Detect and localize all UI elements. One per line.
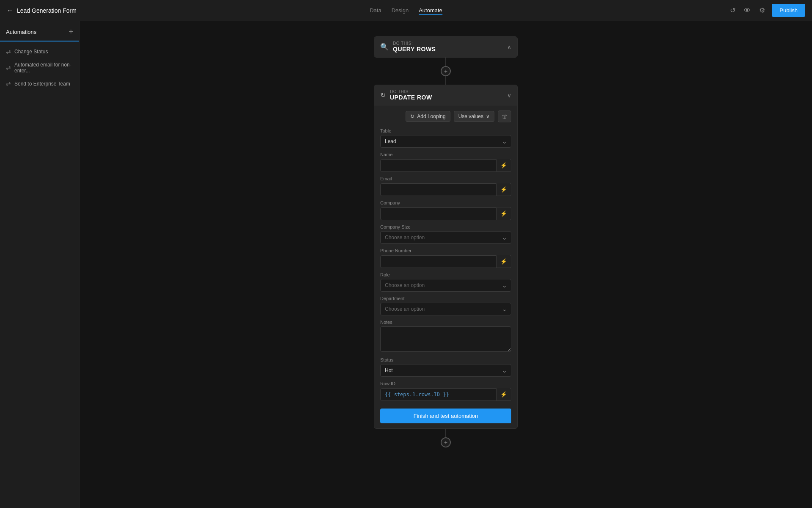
company-field-group: Company ⚡ xyxy=(380,200,511,220)
query-card-chevron-up-icon[interactable]: ∧ xyxy=(507,44,511,50)
add-automation-button[interactable]: + xyxy=(69,28,73,36)
phone-label: Phone Number xyxy=(380,248,511,253)
role-select[interactable]: Choose an option xyxy=(380,279,511,292)
company-lightning-button[interactable]: ⚡ xyxy=(497,207,511,220)
role-select-wrapper: Choose an option xyxy=(380,279,511,292)
row-id-input-row: ⚡ xyxy=(380,388,511,401)
table-label: Table xyxy=(380,128,511,133)
add-looping-button[interactable]: ↻ Add Looping xyxy=(406,111,450,122)
sidebar-item-label: Automated email for non-enter... xyxy=(14,62,73,74)
sidebar-item-send-enterprise[interactable]: ⇄ Send to Enterprise Team xyxy=(0,77,79,91)
department-label: Department xyxy=(380,296,511,301)
share-icon-2: ⇄ xyxy=(6,64,11,71)
tab-automate[interactable]: Automate xyxy=(419,6,442,15)
use-values-label: Use values xyxy=(458,113,483,119)
email-lightning-button[interactable]: ⚡ xyxy=(497,183,511,196)
sidebar-item-label: Send to Enterprise Team xyxy=(14,81,70,87)
header-actions: ↺ 👁 ⚙ Publish xyxy=(728,4,805,17)
email-input[interactable] xyxy=(380,183,497,196)
connector-line-2 xyxy=(445,76,446,85)
query-rows-card-header: 🔍 Do this: QUERY ROWS ∧ xyxy=(374,37,517,57)
update-icon: ↻ xyxy=(380,91,386,99)
header: ← Lead Generation Form Data Design Autom… xyxy=(0,0,812,21)
status-label: Status xyxy=(380,357,511,362)
update-row-card-body: ↻ Add Looping Use values ∨ 🗑 Table xyxy=(374,105,517,428)
update-row-header-text: Do this: UPDATE ROW xyxy=(390,89,507,101)
email-field-group: Email ⚡ xyxy=(380,176,511,196)
table-select[interactable]: Lead xyxy=(380,135,511,148)
sidebar-item-label: Change Status xyxy=(14,49,48,55)
page-title: Lead Generation Form xyxy=(17,7,77,14)
phone-field-group: Phone Number ⚡ xyxy=(380,248,511,268)
email-label: Email xyxy=(380,176,511,181)
company-size-field-group: Company Size Choose an option xyxy=(380,224,511,244)
preview-icon-button[interactable]: 👁 xyxy=(742,5,752,16)
company-label: Company xyxy=(380,200,511,205)
add-step-button-1[interactable]: + xyxy=(441,66,451,76)
status-field-group: Status Hot xyxy=(380,357,511,377)
settings-icon-button[interactable]: ⚙ xyxy=(757,5,767,16)
company-size-select-wrapper: Choose an option xyxy=(380,231,511,244)
back-arrow-icon: ← xyxy=(7,7,14,14)
role-label: Role xyxy=(380,272,511,277)
delete-button[interactable]: 🗑 xyxy=(498,110,511,122)
back-button[interactable]: ← Lead Generation Form xyxy=(7,7,77,14)
add-step-button-2[interactable]: + xyxy=(441,437,451,447)
update-card-chevron-down-icon[interactable]: ∨ xyxy=(507,92,511,99)
phone-input-row: ⚡ xyxy=(380,255,511,268)
update-row-card: ↻ Do this: UPDATE ROW ∨ ↻ Add Looping Us… xyxy=(374,85,518,429)
sidebar-item-change-status[interactable]: ⇄ Change Status xyxy=(0,45,79,58)
department-select[interactable]: Choose an option xyxy=(380,303,511,315)
share-icon: ⇄ xyxy=(6,48,11,55)
phone-lightning-button[interactable]: ⚡ xyxy=(497,255,511,268)
do-this-label-2: Do this: xyxy=(390,89,507,94)
header-tabs: Data Design Automate xyxy=(370,6,442,15)
company-input-row: ⚡ xyxy=(380,207,511,220)
row-id-lightning-button[interactable]: ⚡ xyxy=(497,388,511,401)
sidebar: Automations + ⇄ Change Status ⇄ Automate… xyxy=(0,21,80,508)
row-id-label: Row ID xyxy=(380,381,511,386)
use-values-chevron-icon: ∨ xyxy=(486,113,490,119)
app-layout: Automations + ⇄ Change Status ⇄ Automate… xyxy=(0,21,812,508)
search-icon: 🔍 xyxy=(380,43,389,51)
notes-textarea[interactable] xyxy=(380,326,511,352)
looping-icon: ↻ xyxy=(410,113,414,119)
name-input[interactable] xyxy=(380,159,497,172)
role-field-group: Role Choose an option xyxy=(380,272,511,292)
sidebar-header: Automations + xyxy=(0,28,79,41)
query-rows-action-label: QUERY ROWS xyxy=(393,46,507,52)
company-size-label: Company Size xyxy=(380,224,511,229)
company-size-select[interactable]: Choose an option xyxy=(380,231,511,244)
email-input-row: ⚡ xyxy=(380,183,511,196)
tab-design[interactable]: Design xyxy=(392,6,409,15)
publish-button[interactable]: Publish xyxy=(772,4,805,17)
table-field-group: Table Lead xyxy=(380,128,511,148)
use-values-button[interactable]: Use values ∨ xyxy=(454,111,494,122)
add-looping-label: Add Looping xyxy=(417,113,445,119)
share-icon-3: ⇄ xyxy=(6,80,11,87)
history-icon-button[interactable]: ↺ xyxy=(728,5,737,16)
sidebar-item-automated-email[interactable]: ⇄ Automated email for non-enter... xyxy=(0,58,79,77)
table-select-wrapper: Lead xyxy=(380,135,511,148)
status-select-wrapper: Hot xyxy=(380,364,511,377)
update-row-action-label: UPDATE ROW xyxy=(390,94,507,101)
query-rows-header-text: Do this: QUERY ROWS xyxy=(393,41,507,52)
name-label: Name xyxy=(380,152,511,157)
department-select-wrapper: Choose an option xyxy=(380,303,511,315)
notes-field-group: Notes xyxy=(380,320,511,353)
row-id-field-group: Row ID ⚡ xyxy=(380,381,511,401)
finish-test-automation-button[interactable]: Finish and test automation xyxy=(380,409,511,423)
notes-label: Notes xyxy=(380,320,511,325)
status-select[interactable]: Hot xyxy=(380,364,511,377)
row-id-input[interactable] xyxy=(380,388,497,401)
company-input[interactable] xyxy=(380,207,497,220)
name-input-row: ⚡ xyxy=(380,159,511,172)
connector-line-1 xyxy=(445,58,446,66)
phone-input[interactable] xyxy=(380,255,497,268)
name-lightning-button[interactable]: ⚡ xyxy=(497,159,511,172)
main-content: 🔍 Do this: QUERY ROWS ∧ + ↻ Do this: UPD… xyxy=(80,21,812,508)
connector-line-3 xyxy=(445,429,446,437)
tab-data[interactable]: Data xyxy=(370,6,381,15)
card-toolbar: ↻ Add Looping Use values ∨ 🗑 xyxy=(380,110,511,122)
department-field-group: Department Choose an option xyxy=(380,296,511,315)
